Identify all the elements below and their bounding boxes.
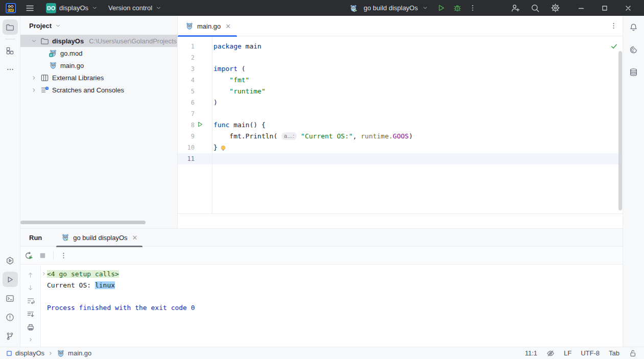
tree-row-external-libraries[interactable]: External Libraries — [20, 71, 177, 84]
code-line-2[interactable]: 2 — [178, 52, 623, 63]
editor-options-icon[interactable] — [610, 22, 617, 30]
horizontal-scrollbar[interactable] — [20, 221, 146, 224]
run-tab[interactable]: go build displayOs ✕ — [56, 229, 142, 247]
line-number[interactable]: 1 — [178, 41, 212, 52]
line-number[interactable]: 3 — [178, 63, 212, 75]
unlocked-icon[interactable] — [629, 349, 637, 357]
editor-tab-main-go[interactable]: main.go ✕ — [178, 16, 237, 36]
run-configuration-widget[interactable]: go build displayOs — [346, 2, 432, 14]
code-line-6[interactable]: 6) — [178, 97, 623, 108]
more-actions-icon[interactable] — [466, 1, 479, 15]
run-tab-label: go build displayOs — [73, 234, 127, 242]
right-toolwindow-stripe — [623, 16, 644, 347]
scroll-to-end-icon[interactable] — [27, 310, 35, 318]
terminal-toolwindow-button[interactable] — [3, 291, 18, 306]
console-output[interactable]: <4 go setup calls>Current OS: linuxProce… — [47, 265, 623, 314]
run-button[interactable] — [434, 1, 448, 15]
rerun-icon[interactable] — [25, 251, 33, 260]
code-line-9[interactable]: 9 fmt.Println( a…: "Current OS:", runtim… — [178, 131, 623, 142]
chevron-right-icon[interactable] — [31, 75, 37, 81]
fold-expand-icon[interactable] — [41, 271, 47, 277]
run-icon — [6, 275, 14, 284]
file-encoding[interactable]: UTF-8 — [581, 349, 600, 357]
console-line: Current OS: linux — [47, 280, 623, 291]
structure-toolwindow-button[interactable] — [3, 43, 18, 58]
maximize-button[interactable] — [593, 0, 616, 16]
tree-item-label: main.go — [60, 62, 84, 69]
line-number[interactable]: 5 — [178, 86, 212, 97]
next-occurrence-icon[interactable] — [27, 284, 34, 292]
code-line-10[interactable]: 10} — [178, 142, 623, 153]
line-number[interactable]: 7 — [178, 108, 212, 119]
prev-occurrence-icon[interactable] — [27, 271, 34, 279]
run-gutter-icon[interactable] — [197, 121, 203, 128]
breadcrumb-project[interactable]: displayOs — [15, 349, 44, 357]
tree-row-main-go[interactable]: main.go — [20, 59, 177, 71]
code-line-11[interactable]: 11 — [178, 153, 623, 164]
line-number[interactable]: 9 — [178, 131, 212, 142]
intention-bulb-icon[interactable] — [220, 145, 227, 152]
minimize-button[interactable] — [569, 0, 593, 16]
caret-position[interactable]: 11:1 — [525, 349, 537, 357]
code-line-8[interactable]: 8func main() { — [178, 119, 623, 131]
code-line-4[interactable]: 4 "fmt" — [178, 75, 623, 86]
tab-close-icon[interactable]: ✕ — [225, 23, 231, 30]
main-menu-icon[interactable] — [25, 4, 35, 12]
close-button[interactable] — [616, 0, 640, 16]
line-number[interactable]: 4 — [178, 75, 212, 86]
more-toolwindows-button[interactable] — [3, 62, 18, 77]
search-everywhere-icon[interactable] — [528, 1, 542, 15]
editor-scrollbar[interactable] — [618, 51, 622, 210]
database-button[interactable] — [626, 64, 641, 80]
scratches-icon — [40, 86, 49, 94]
debug-button[interactable] — [450, 1, 464, 15]
tree-item-label: Scratches and Consoles — [52, 86, 124, 94]
indent-style[interactable]: Tab — [609, 349, 619, 357]
settings-gear-icon[interactable] — [548, 1, 562, 15]
more-options-icon[interactable] — [60, 252, 67, 259]
code-with-me-icon[interactable] — [508, 1, 522, 15]
stop-icon[interactable] — [38, 251, 47, 260]
line-number[interactable]: 11 — [178, 153, 212, 164]
chevron-down-icon[interactable] — [31, 38, 37, 44]
left-toolwindow-stripe — [0, 16, 20, 347]
project-widget[interactable]: DO displayOs — [43, 2, 101, 14]
chevron-down-icon — [155, 5, 162, 11]
run-panel-header: Run go build displayOs ✕ — [20, 229, 623, 247]
tab-close-icon[interactable]: ✕ — [132, 234, 138, 241]
code-text: ) — [213, 97, 218, 108]
tree-row-scratches-and-consoles[interactable]: Scratches and Consoles — [20, 84, 177, 96]
print-icon[interactable] — [27, 323, 35, 331]
expand-icon[interactable] — [28, 337, 34, 343]
editor-content[interactable]: 1package main23import (4 "fmt"5 "runtime… — [178, 37, 623, 214]
tree-row-displayos[interactable]: displayOsC:\Users\user\GolandProjects — [20, 35, 177, 47]
code-line-3[interactable]: 3import ( — [178, 63, 623, 75]
git-toolwindow-button[interactable] — [3, 328, 18, 344]
line-number[interactable]: 10 — [178, 142, 212, 153]
problems-toolwindow-button[interactable] — [3, 309, 18, 325]
highlighting-level-icon[interactable] — [546, 349, 555, 357]
line-number[interactable]: 8 — [178, 119, 212, 131]
run-toolwindow-button[interactable] — [3, 272, 18, 287]
terminal-icon — [6, 294, 14, 303]
project-toolwindow-button[interactable] — [3, 19, 18, 35]
ai-assistant-button[interactable] — [626, 42, 641, 57]
line-number[interactable]: 2 — [178, 52, 212, 63]
code-line-5[interactable]: 5 "runtime" — [178, 86, 623, 97]
line-ending[interactable]: LF — [564, 349, 571, 357]
soft-wrap-icon[interactable] — [27, 297, 35, 305]
tree-item-label: External Libraries — [52, 74, 104, 82]
vcs-widget[interactable]: Version control — [105, 2, 165, 14]
line-number[interactable]: 6 — [178, 97, 212, 108]
inspections-ok-icon[interactable] — [610, 42, 618, 50]
code-line-7[interactable]: 7 — [178, 108, 623, 119]
tree-row-go-mod[interactable]: go.mod — [20, 47, 177, 59]
notifications-button[interactable] — [626, 19, 641, 35]
services-toolwindow-button[interactable] — [3, 253, 18, 268]
console-line: <4 go setup calls> — [47, 269, 623, 280]
code-text: package main — [213, 41, 261, 52]
code-line-1[interactable]: 1package main — [178, 41, 623, 52]
project-panel-header[interactable]: Project — [20, 16, 177, 35]
breadcrumb-file[interactable]: main.go — [68, 349, 91, 357]
chevron-right-icon[interactable] — [31, 87, 37, 93]
